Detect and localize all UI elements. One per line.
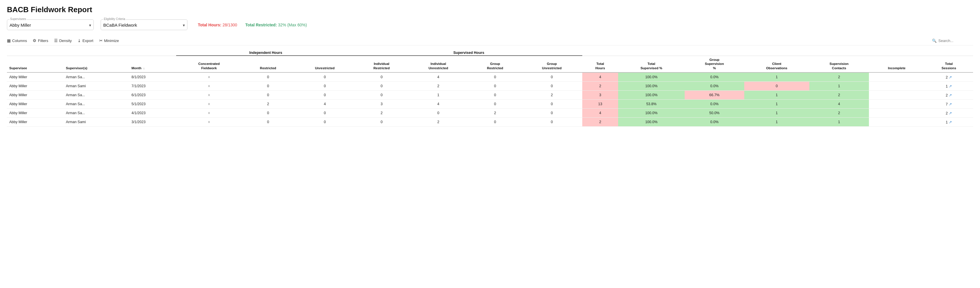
independent-hours-header: Independent Hours [176, 50, 355, 56]
column-header-row: Supervisee Supervisor(s) Month ↓ Concent… [7, 56, 973, 72]
x-mark-icon: × [208, 93, 210, 98]
eligibility-label: Eligibility Criteria [103, 18, 126, 21]
total-sessions-value: 2 [946, 111, 948, 115]
columns-label: Columns [12, 38, 27, 43]
data-table: Independent Hours Supervised Hours Super… [7, 50, 973, 126]
external-link-icon[interactable]: ↗ [949, 102, 952, 106]
col-supervisor: Supervisor(s) [64, 56, 129, 72]
col-ind-restricted: IndividualRestricted [355, 56, 408, 72]
columns-icon: ▦ [7, 38, 11, 43]
top-controls: Supervisees Abby Miller ▾ Eligibility Cr… [7, 19, 973, 30]
col-total-supervised-pct: TotalSupervised % [618, 56, 685, 72]
table-row: Abby MillerArman Sami3/1/2023×0002002100… [7, 118, 973, 126]
supervisees-label: Supervisees [10, 18, 27, 21]
col-group-supervision-pct: GroupSupervision% [685, 56, 744, 72]
total-sessions-value: 7 [946, 102, 948, 106]
col-ind-unrestricted: IndividualUnrestricted [408, 56, 469, 72]
sort-arrow-icon: ↓ [143, 67, 145, 70]
export-label: Export [83, 38, 94, 43]
eligibility-value: BCaBA Fieldwork [103, 22, 137, 27]
external-link-icon[interactable]: ↗ [949, 84, 952, 88]
col-supervisee: Supervisee [7, 56, 64, 72]
col-restricted: Restricted [242, 56, 294, 72]
col-supervision-contacts: SupervisionContacts [809, 56, 869, 72]
search-icon: 🔍 [932, 38, 937, 43]
filters-label: Filters [38, 38, 48, 43]
toolbar: ▦ Columns ⚙ Filters ☰ Density ⤓ Export ✂… [7, 36, 973, 45]
x-mark-icon: × [208, 111, 210, 115]
density-button[interactable]: ☰ Density [54, 38, 72, 43]
table-row: Abby MillerArman Sa...5/1/2023×243400135… [7, 100, 973, 109]
supervisees-value: Abby Miller [10, 22, 31, 27]
col-month[interactable]: Month ↓ [129, 56, 177, 72]
col-total-hours: TotalHours [582, 56, 618, 72]
total-restricted-stat: Total Restricted: 32% (Max 60%) [245, 22, 307, 27]
supervised-hours-header: Supervised Hours [355, 50, 582, 56]
table-row: Abby MillerArman Sa...6/1/2023×000102310… [7, 91, 973, 100]
page-title: BACB Fieldwork Report [7, 5, 973, 14]
col-total-sessions: TotalSessions [925, 56, 973, 72]
total-hours-value: 28/1300 [223, 22, 237, 27]
eligibility-dropdown[interactable]: Eligibility Criteria BCaBA Fieldwork ▾ [101, 19, 188, 30]
col-concentrated: ConcentratedFieldwork [176, 56, 242, 72]
supervisees-chevron-icon: ▾ [89, 23, 91, 27]
stats-area: Total Hours: 28/1300 Total Restricted: 3… [198, 22, 307, 27]
filters-icon: ⚙ [33, 38, 37, 43]
col-incomplete: Incomplete [869, 56, 925, 72]
density-icon: ☰ [54, 38, 58, 43]
x-mark-icon: × [208, 102, 210, 106]
external-link-icon[interactable]: ↗ [949, 120, 952, 124]
table-row: Abby MillerArman Sa...8/1/2023×000400410… [7, 72, 973, 82]
total-sessions-value: 2 [946, 93, 948, 98]
external-link-icon[interactable]: ↗ [949, 75, 952, 79]
col-grp-restricted: GroupRestricted [469, 56, 522, 72]
export-icon: ⤓ [78, 38, 81, 43]
total-sessions-value: 1 [946, 84, 948, 88]
x-mark-icon: × [208, 75, 210, 79]
total-restricted-value: 32% (Max 60%) [278, 22, 307, 27]
eligibility-chevron-icon: ▾ [183, 23, 185, 27]
total-restricted-label: Total Restricted: [245, 22, 277, 27]
filters-button[interactable]: ⚙ Filters [33, 38, 48, 43]
table-row: Abby MillerArman Sa...4/1/2023×002020410… [7, 109, 973, 118]
x-mark-icon: × [208, 120, 210, 124]
minimize-button[interactable]: ✂ Minimize [99, 38, 119, 43]
columns-button[interactable]: ▦ Columns [7, 38, 27, 43]
col-unrestricted: Unrestricted [294, 56, 355, 72]
x-mark-icon: × [208, 84, 210, 88]
table-row: Abby MillerArman Sami7/1/2023×0002002100… [7, 82, 973, 91]
col-grp-unrestricted: GroupUnrestricted [521, 56, 582, 72]
total-hours-label: Total Hours: [198, 22, 221, 27]
search-box[interactable]: 🔍 [932, 38, 973, 43]
total-sessions-value: 2 [946, 75, 948, 79]
external-link-icon[interactable]: ↗ [949, 93, 952, 98]
col-client-observations: ClientObservations [744, 56, 809, 72]
table-body: Abby MillerArman Sa...8/1/2023×000400410… [7, 72, 973, 126]
empty-group-header-right [582, 50, 973, 56]
supervisees-dropdown[interactable]: Supervisees Abby Miller ▾ [7, 19, 94, 30]
density-label: Density [59, 38, 72, 43]
minimize-icon: ✂ [99, 38, 103, 43]
empty-group-header [7, 50, 176, 56]
total-sessions-value: 1 [946, 120, 948, 124]
search-input[interactable] [939, 38, 973, 43]
total-hours-stat: Total Hours: 28/1300 [198, 22, 237, 27]
minimize-label: Minimize [104, 38, 119, 43]
export-button[interactable]: ⤓ Export [78, 38, 94, 43]
external-link-icon[interactable]: ↗ [949, 111, 952, 115]
group-header-row: Independent Hours Supervised Hours [7, 50, 973, 56]
